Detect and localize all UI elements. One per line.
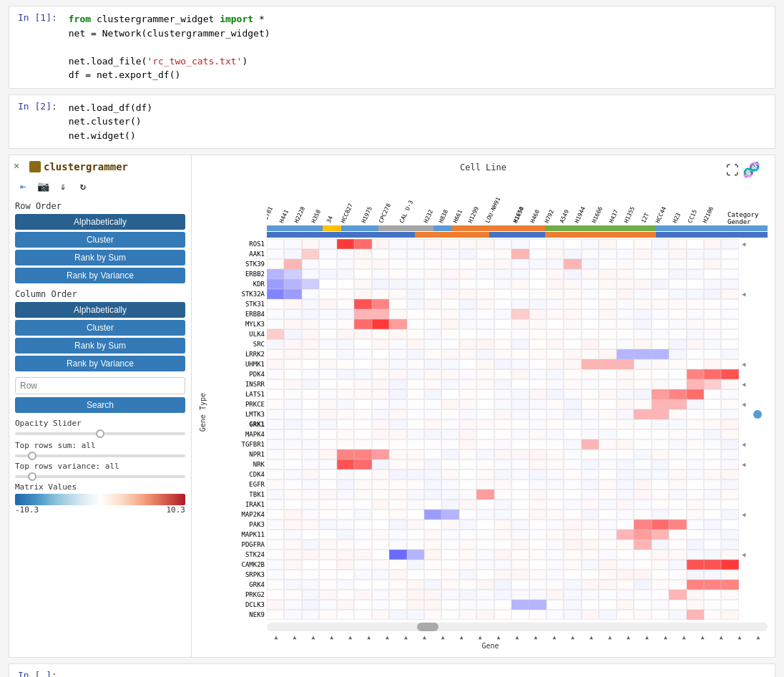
cell-26-12[interactable]: [476, 500, 494, 510]
cell-8-18[interactable]: [582, 319, 599, 329]
cell-15-9[interactable]: [424, 389, 441, 399]
cell-1-12[interactable]: [476, 249, 494, 259]
cell-22-6[interactable]: [372, 459, 389, 469]
cell-20-11[interactable]: [459, 439, 476, 449]
cell-13-21[interactable]: [634, 369, 651, 379]
cell-22-20[interactable]: [617, 459, 634, 469]
cell-33-26[interactable]: [721, 570, 738, 580]
cell-19-4[interactable]: [337, 429, 354, 439]
cell-25-13[interactable]: [494, 490, 511, 500]
cell-11-7[interactable]: [389, 349, 406, 359]
cell-14-9[interactable]: [424, 379, 441, 389]
bottom-arrow-26[interactable]: ▲: [738, 634, 742, 641]
cell-22-7[interactable]: [389, 459, 406, 469]
cell-6-11[interactable]: [459, 299, 476, 309]
cell-2-17[interactable]: [564, 259, 581, 269]
cell-29-11[interactable]: [459, 530, 476, 540]
cell-7-25[interactable]: [704, 309, 721, 319]
cell-22-2[interactable]: [302, 459, 319, 469]
cell-24-14[interactable]: [511, 479, 529, 490]
cell-9-8[interactable]: [407, 329, 424, 339]
cell-32-8[interactable]: [407, 560, 424, 570]
cell-36-14[interactable]: [511, 600, 529, 610]
cell-10-10[interactable]: [441, 339, 459, 349]
cell-0-23[interactable]: [669, 239, 686, 249]
cell-32-3[interactable]: [319, 560, 336, 570]
cell-34-7[interactable]: [389, 580, 406, 590]
cell-15-4[interactable]: [337, 389, 354, 399]
cell-19-24[interactable]: [687, 429, 704, 439]
cell-24-16[interactable]: [547, 479, 564, 490]
cell-29-0[interactable]: [267, 530, 284, 540]
cell-24-18[interactable]: [582, 479, 599, 490]
cell-16-8[interactable]: [407, 399, 424, 409]
cell-28-4[interactable]: [337, 520, 354, 530]
cell-34-3[interactable]: [319, 580, 336, 590]
cell-34-0[interactable]: [267, 580, 284, 590]
cell-30-10[interactable]: [441, 540, 459, 550]
cell-11-1[interactable]: [284, 349, 301, 359]
cell-37-19[interactable]: [599, 610, 616, 620]
cell-4-4[interactable]: [337, 279, 354, 289]
cell-28-3[interactable]: [319, 520, 336, 530]
cell-13-5[interactable]: [354, 369, 371, 379]
cell-0-25[interactable]: [704, 239, 721, 249]
cell-36-18[interactable]: [582, 600, 599, 610]
cell-27-15[interactable]: [529, 510, 547, 520]
cell-20-17[interactable]: [564, 439, 581, 449]
cell-18-9[interactable]: [424, 419, 441, 429]
cell-36-7[interactable]: [389, 600, 406, 610]
cell-19-15[interactable]: [529, 429, 547, 439]
cell-28-26[interactable]: [721, 520, 738, 530]
cell-31-0[interactable]: [267, 550, 284, 560]
cell-1-25[interactable]: [704, 249, 721, 259]
cell-35-19[interactable]: [599, 590, 616, 600]
cell-16-19[interactable]: [599, 399, 616, 409]
cell-22-22[interactable]: [652, 459, 669, 469]
bottom-arrow-7[interactable]: ▲: [386, 634, 389, 641]
cell-15-6[interactable]: [372, 389, 389, 399]
cell-24-22[interactable]: [652, 479, 669, 490]
cell-8-5[interactable]: [354, 319, 371, 329]
cell-28-10[interactable]: [441, 520, 459, 530]
cell-3-25[interactable]: [704, 269, 721, 279]
cell-11-2[interactable]: [302, 349, 319, 359]
cell-25-4[interactable]: [337, 490, 354, 500]
cell-27-8[interactable]: [407, 510, 424, 520]
cell-25-1[interactable]: [284, 490, 301, 500]
cell-31-23[interactable]: [669, 550, 686, 560]
cell-2-4[interactable]: [337, 259, 354, 269]
cell-3-1[interactable]: [284, 269, 301, 279]
bottom-arrow-11[interactable]: ▲: [460, 634, 464, 641]
cell-6-25[interactable]: [704, 299, 721, 309]
cell-18-5[interactable]: [354, 419, 371, 429]
cell-29-20[interactable]: [617, 530, 634, 540]
cell-37-4[interactable]: [337, 610, 354, 620]
cell-17-4[interactable]: [337, 409, 354, 419]
cell-19-1[interactable]: [284, 429, 301, 439]
cell-28-8[interactable]: [407, 520, 424, 530]
cell-22-9[interactable]: [424, 459, 441, 469]
cell-14-23[interactable]: [669, 379, 686, 389]
cell-23-16[interactable]: [547, 469, 564, 479]
cell-3-26[interactable]: [721, 269, 738, 279]
cell-22-0[interactable]: [267, 459, 284, 469]
cell-18-25[interactable]: [704, 419, 721, 429]
cell-35-17[interactable]: [564, 590, 581, 600]
bottom-arrow-13[interactable]: ▲: [497, 634, 501, 641]
cell-10-12[interactable]: [476, 339, 494, 349]
bottom-arrow-6[interactable]: ▲: [367, 634, 371, 641]
cell-10-21[interactable]: [634, 339, 651, 349]
cell-20-15[interactable]: [529, 439, 547, 449]
cell-24-1[interactable]: [284, 479, 301, 490]
cell-1-20[interactable]: [617, 249, 634, 259]
cell-20-7[interactable]: [389, 439, 406, 449]
cell-29-4[interactable]: [337, 530, 354, 540]
cell-11-17[interactable]: [564, 349, 581, 359]
cell-37-12[interactable]: [476, 610, 494, 620]
cell-2-26[interactable]: [721, 259, 738, 269]
cell-24-13[interactable]: [494, 479, 511, 490]
cell-0-8[interactable]: [407, 239, 424, 249]
cell-18-11[interactable]: [459, 419, 476, 429]
cell-13-6[interactable]: [372, 369, 389, 379]
